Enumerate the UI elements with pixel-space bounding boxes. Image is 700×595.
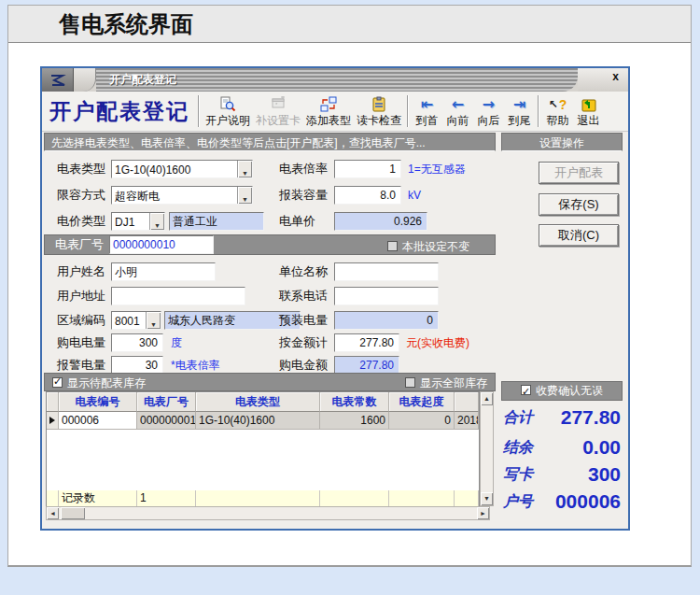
exit-button[interactable]: 退出 bbox=[573, 92, 604, 130]
limit-mode-select[interactable]: 超容断电 bbox=[111, 186, 253, 205]
phone-input[interactable] bbox=[334, 287, 439, 305]
header-factory-no[interactable]: 电表厂号 bbox=[137, 392, 196, 412]
by-amount-input[interactable]: 277.80 bbox=[334, 333, 399, 352]
meter-type-label: 电表类型 bbox=[57, 160, 105, 178]
scroll-right-icon[interactable]: ► bbox=[477, 507, 489, 519]
hint-bar: 先选择电表类型、电表倍率、电价类型等后点击[开户配表]，查找电表厂号... bbox=[44, 133, 496, 151]
window-title: 开户配表登记 bbox=[96, 72, 176, 88]
go-first-button[interactable]: ⇤ 到首 bbox=[412, 92, 442, 130]
header-extra[interactable] bbox=[455, 392, 479, 412]
unit-price-label: 电单价 bbox=[279, 212, 315, 231]
alarm-qty-input[interactable]: 30 bbox=[111, 356, 163, 375]
alarm-qty-label: 报警电量 bbox=[57, 356, 105, 375]
checkbox-checked-icon[interactable] bbox=[521, 385, 531, 395]
meter-type-select[interactable]: 1G-10(40)1600 bbox=[111, 160, 253, 178]
toolbar-button-label: 开户说明 bbox=[205, 113, 250, 129]
capacity-label: 报装容量 bbox=[279, 186, 328, 205]
go-previous-button[interactable]: ← 向前 bbox=[442, 92, 473, 130]
toolbar-button-label: 补设置卡 bbox=[256, 113, 301, 129]
go-next-button[interactable]: → 向后 bbox=[473, 92, 504, 130]
scrollbar-thumb[interactable] bbox=[61, 507, 85, 519]
hint-text: 先选择电表类型、电表倍率、电价类型等后点击[开户配表]，查找电表厂号... bbox=[51, 136, 426, 149]
toolbar-button-label: 到尾 bbox=[509, 113, 531, 129]
balance-label: 结余 bbox=[503, 438, 533, 458]
dialog-window: 开户配表登记 x 开户配表登记 开户说明 * 补设置卡 bbox=[40, 66, 630, 531]
horizontal-scrollbar[interactable]: ◄ ► bbox=[46, 506, 490, 520]
checkbox-checked-icon[interactable] bbox=[52, 377, 63, 388]
unit-name-input[interactable] bbox=[334, 262, 439, 281]
meter-stock-table: 电表编号 电表厂号 电表类型 电表常数 电表起度 000006 00000000… bbox=[46, 391, 480, 507]
factory-number-input[interactable]: 0000000010 bbox=[109, 235, 214, 254]
meter-ratio-input[interactable]: 1 bbox=[334, 160, 401, 178]
header-meter-constant[interactable]: 电表常数 bbox=[320, 392, 389, 412]
total-label: 合计 bbox=[503, 408, 533, 428]
table-footer-row: 记录数 1 bbox=[47, 490, 479, 506]
meter-ratio-note: 1=无互感器 bbox=[408, 160, 466, 178]
toolbar-separator bbox=[198, 95, 200, 127]
chevron-down-icon[interactable] bbox=[237, 161, 252, 177]
purchase-amount-value: 277.80 bbox=[334, 356, 399, 375]
table-row[interactable]: 000006 0000000010 1G-10(40)1600 1600 0 2… bbox=[47, 412, 479, 430]
open-instructions-button[interactable]: 开户说明 bbox=[203, 92, 253, 130]
next-record-icon: → bbox=[483, 96, 495, 112]
preload-value: 0 bbox=[334, 311, 439, 330]
go-last-button[interactable]: ⇥ 到尾 bbox=[504, 92, 535, 130]
titlebar-cap: x bbox=[578, 68, 628, 92]
help-button[interactable]: ↖? 帮助 bbox=[542, 92, 573, 130]
titlebar-stripes: 开户配表登记 bbox=[96, 68, 578, 92]
user-name-input[interactable]: 小明 bbox=[111, 262, 216, 281]
toolbar-button-label: 添加表型 bbox=[306, 113, 351, 129]
chevron-down-icon[interactable] bbox=[237, 187, 252, 204]
first-record-icon: ⇤ bbox=[421, 96, 433, 112]
close-button[interactable]: x bbox=[612, 68, 628, 83]
show-all-checkbox[interactable]: 显示全部库存 bbox=[405, 374, 487, 391]
scroll-down-icon[interactable]: ▼ bbox=[481, 492, 493, 505]
header-start-reading[interactable]: 电表起度 bbox=[389, 392, 455, 412]
toolbar-button-label: 向后 bbox=[478, 113, 500, 129]
show-pending-checkbox[interactable]: 显示待配表库存 bbox=[52, 374, 146, 391]
table-empty-area bbox=[47, 430, 479, 490]
toolbar-button-label: 向前 bbox=[447, 113, 469, 129]
address-input[interactable] bbox=[111, 287, 245, 305]
toolbar-separator bbox=[538, 95, 539, 127]
checkbox-icon[interactable] bbox=[387, 241, 398, 251]
cancel-button[interactable]: 取消(C) bbox=[539, 224, 619, 247]
batch-fixed-checkbox[interactable]: 本批设定不变 bbox=[387, 237, 469, 255]
price-type-label: 电价类型 bbox=[57, 212, 105, 231]
record-count-value: 1 bbox=[137, 490, 196, 506]
scroll-up-icon[interactable]: ▲ bbox=[481, 392, 493, 405]
record-count-label: 记录数 bbox=[59, 490, 137, 506]
by-amount-label: 按金额计 bbox=[279, 333, 328, 352]
window-titlebar: 开户配表登记 x bbox=[42, 68, 628, 92]
add-meter-type-button[interactable]: 添加表型 bbox=[303, 92, 354, 130]
total-value: 277.80 bbox=[561, 406, 621, 429]
toolbar-brand-title: 开户配表登记 bbox=[42, 97, 195, 126]
region-code-select[interactable]: 8001 bbox=[111, 311, 161, 330]
preload-label: 预装电量 bbox=[279, 311, 328, 330]
chevron-down-icon[interactable] bbox=[149, 213, 164, 230]
meter-ratio-label: 电表倍率 bbox=[279, 160, 328, 178]
exit-icon bbox=[581, 95, 597, 113]
vertical-scrollbar[interactable]: ▲ ▼ bbox=[480, 391, 494, 506]
toolbar-button-label: 到首 bbox=[416, 113, 439, 129]
save-button[interactable]: 保存(S) bbox=[539, 193, 619, 216]
titlebar-wedge bbox=[74, 68, 96, 92]
read-card-check-button[interactable]: 读卡检查 bbox=[354, 92, 404, 130]
content-card: 售电系统界面 开户配表登记 x 开户配表登记 开户说明 bbox=[7, 5, 692, 567]
purchase-qty-input[interactable]: 300 bbox=[111, 333, 163, 352]
cell-date: 2018- bbox=[455, 412, 479, 430]
checkbox-icon[interactable] bbox=[405, 377, 415, 388]
capacity-input[interactable]: 8.0 bbox=[334, 186, 401, 205]
header-meter-no[interactable]: 电表编号 bbox=[59, 392, 137, 412]
price-type-select[interactable]: DJ1 bbox=[111, 212, 165, 231]
write-card-value: 300 bbox=[588, 463, 621, 486]
scroll-left-icon[interactable]: ◄ bbox=[47, 507, 59, 519]
unit-name-label: 单位名称 bbox=[279, 262, 328, 281]
capacity-note: kV bbox=[408, 186, 421, 205]
header-meter-type[interactable]: 电表类型 bbox=[196, 392, 320, 412]
cell-meter-type: 1G-10(40)1600 bbox=[196, 412, 320, 430]
billing-writecard-row: 写卡 300 bbox=[503, 461, 621, 488]
alarm-qty-note: *电表倍率 bbox=[171, 356, 220, 375]
toolbar-button-label: 帮助 bbox=[547, 113, 569, 129]
chevron-down-icon[interactable] bbox=[146, 312, 161, 329]
